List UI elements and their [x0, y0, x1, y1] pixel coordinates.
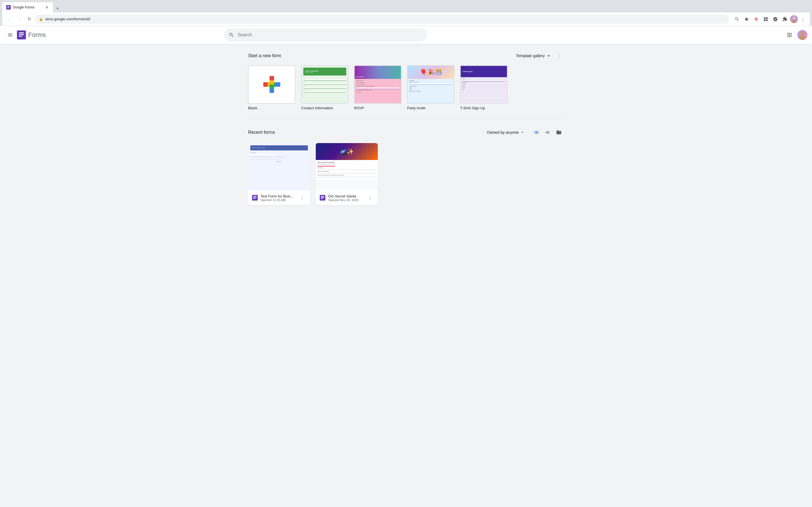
user-avatar-browser[interactable]: [790, 15, 798, 23]
template-contact-info[interactable]: Contact information We'd like to collect…: [301, 65, 349, 110]
svg-point-16: [801, 32, 804, 36]
sort-az-button[interactable]: AZ: [543, 127, 553, 137]
form-more-button-1[interactable]: ⋮: [298, 194, 306, 202]
svg-rect-7: [766, 19, 768, 21]
url-text: docs.google.com/forms/u/0/: [45, 17, 725, 21]
tab-close-button[interactable]: ✕: [45, 5, 49, 10]
tab-title: Google Forms: [13, 5, 42, 9]
template-name-blank: Blank: [248, 106, 296, 110]
tab-favicon: [6, 5, 11, 10]
main-content: Start a new form Template gallery ⋮ Bla: [237, 44, 575, 212]
menu-button[interactable]: ⋮: [799, 15, 808, 24]
form-icon-2: [320, 195, 325, 201]
search-icon: [229, 32, 234, 38]
new-tab-button[interactable]: +: [54, 4, 61, 12]
form-name-2: GG Secret Santa: [328, 194, 363, 198]
user-avatar[interactable]: [797, 30, 808, 40]
header-right: [784, 29, 808, 41]
svg-rect-5: [766, 17, 768, 19]
reload-button[interactable]: ↻: [25, 15, 34, 24]
template-thumb-rsvp: Event RSVP Can you attend? Yes, I'll be …: [354, 65, 402, 104]
url-bar[interactable]: 🔒 docs.google.com/forms/u/0/: [35, 15, 729, 24]
template-tshirt[interactable]: T-Shirt Sign Up Name * Best size? XS: [460, 65, 507, 110]
template-gallery-button[interactable]: Template gallery: [516, 53, 552, 59]
owned-by-button[interactable]: Owned by anyone: [484, 128, 528, 136]
template-rsvp[interactable]: Event RSVP Can you attend? Yes, I'll be …: [354, 65, 402, 110]
svg-rect-2: [7, 7, 10, 8]
browser-actions: O ⋮: [732, 15, 808, 24]
address-bar: ← → ↻ 🔒 docs.google.com/forms/u/0/ O: [2, 12, 810, 26]
section-header-right: Template gallery ⋮: [516, 51, 564, 61]
template-party-invite[interactable]: 🎈🎉🎊 Party Invite What is your name? Can …: [407, 65, 455, 110]
svg-rect-18: [253, 196, 257, 196]
tab-bar: Google Forms ✕ +: [2, 2, 810, 12]
form-date-2: Opened Nov 20, 2020: [328, 198, 363, 202]
hamburger-menu[interactable]: [4, 29, 16, 41]
template-name-contact: Contact Information: [301, 106, 349, 110]
templates-grid: Blank Contact information We'd like to c…: [248, 65, 564, 112]
start-section-title: Start a new form: [248, 53, 281, 58]
search-bar[interactable]: [224, 29, 427, 41]
svg-rect-20: [253, 198, 255, 199]
app-name: Forms: [28, 31, 46, 39]
form-details-1: Test Form for Business In... Opened 11:1…: [260, 194, 296, 202]
form-card-1[interactable]: Test Form for Business Insider • First Q…: [248, 143, 310, 205]
template-thumb-contact: Contact information We'd like to collect…: [301, 65, 349, 104]
divider: [248, 118, 564, 118]
forms-grid: Test Form for Business Insider • First Q…: [248, 143, 564, 205]
form-card-2[interactable]: 🌌✨ Galaxy Gang Secret Santa 2020 Because…: [316, 143, 378, 205]
search-icon-btn[interactable]: [732, 15, 742, 24]
back-button[interactable]: ←: [4, 15, 13, 24]
active-tab[interactable]: Google Forms ✕: [2, 2, 53, 12]
template-name-party: Party Invite: [407, 106, 455, 110]
app-logo[interactable]: Forms: [17, 31, 46, 40]
svg-rect-4: [764, 17, 765, 19]
extension1-btn[interactable]: [761, 15, 770, 24]
more-options-button[interactable]: ⋮: [554, 51, 564, 61]
dropdown-arrow-icon: [520, 130, 525, 135]
expand-icon: [546, 53, 552, 59]
form-more-button-2[interactable]: ⋮: [366, 194, 374, 202]
lock-icon: 🔒: [39, 17, 43, 21]
star-icon-btn[interactable]: [742, 15, 751, 24]
svg-rect-11: [19, 33, 24, 33]
template-name-rsvp: RSVP: [354, 106, 402, 110]
svg-rect-1: [7, 6, 10, 7]
svg-rect-12: [19, 34, 24, 35]
recent-section: Recent forms Owned by anyone AZ: [248, 127, 564, 205]
template-blank[interactable]: Blank: [248, 65, 296, 110]
owned-by-label: Owned by anyone: [487, 130, 519, 135]
forms-logo-icon: [17, 31, 26, 40]
extension2-btn[interactable]: [771, 15, 780, 24]
form-info-1: Test Form for Business In... Opened 11:1…: [248, 190, 310, 205]
recent-controls: Owned by anyone AZ: [484, 127, 564, 137]
template-name-tshirt: T-Shirt Sign Up: [460, 106, 507, 110]
search-input[interactable]: [238, 33, 423, 38]
form-icon-1: [252, 195, 258, 201]
start-section-header: Start a new form Template gallery ⋮: [248, 51, 564, 61]
svg-point-8: [793, 17, 795, 19]
start-section: Start a new form Template gallery ⋮ Bla: [248, 51, 564, 112]
recent-header: Recent forms Owned by anyone AZ: [248, 127, 564, 137]
form-date-1: Opened 11:15 AM: [260, 198, 296, 202]
recent-title: Recent forms: [248, 130, 275, 135]
svg-point-9: [792, 20, 796, 23]
app-header: Forms: [0, 26, 812, 44]
forward-button[interactable]: →: [15, 15, 24, 24]
svg-rect-3: [7, 8, 9, 8]
svg-rect-13: [19, 36, 22, 37]
list-view-button[interactable]: [531, 127, 541, 137]
form-info-2: GG Secret Santa Opened Nov 20, 2020 ⋮: [316, 190, 378, 205]
template-thumb-party: 🎈🎉🎊 Party Invite What is your name? Can …: [407, 65, 455, 104]
form-name-1: Test Form for Business In...: [260, 194, 296, 198]
opera-btn[interactable]: O: [752, 15, 761, 24]
form-details-2: GG Secret Santa Opened Nov 20, 2020: [328, 194, 363, 202]
template-gallery-label: Template gallery: [516, 54, 545, 58]
folder-view-button[interactable]: [554, 127, 564, 137]
apps-grid-button[interactable]: [784, 29, 795, 41]
svg-rect-22: [321, 196, 324, 196]
puzzle-btn[interactable]: [780, 15, 790, 24]
svg-rect-19: [253, 197, 257, 198]
view-controls: AZ: [531, 127, 564, 137]
browser-chrome: Google Forms ✕ + ← → ↻ 🔒 docs.google.com…: [0, 0, 812, 26]
